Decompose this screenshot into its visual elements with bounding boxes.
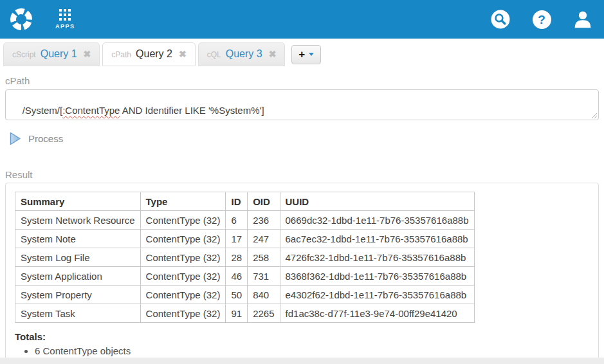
tab-query-3[interactable]: cQL Query 3 ✖ xyxy=(198,42,286,66)
search-icon xyxy=(491,10,510,29)
cell-oid: 247 xyxy=(248,230,280,248)
cell-id: 46 xyxy=(226,267,248,286)
result-panel: Summary Type ID OID UUID System Network … xyxy=(5,183,599,364)
column-header-uuid: UUID xyxy=(280,192,474,211)
cell-uuid: 6ac7ec32-1dbd-1e11-7b76-35357616a88b xyxy=(280,230,474,248)
cell-summary: System Property xyxy=(15,286,141,304)
totals-item: 6 ContentType objects xyxy=(35,345,589,356)
tab-query-1[interactable]: cScript Query 1 ✖ xyxy=(3,42,100,66)
totals-label: Totals: xyxy=(15,331,589,342)
cell-uuid: e4302f62-1dbd-1e11-7b76-35357616a88b xyxy=(280,286,474,304)
cell-oid: 2265 xyxy=(248,304,280,323)
column-header-oid: OID xyxy=(248,192,280,211)
cell-type: ContentType (32) xyxy=(140,230,226,248)
tab-language-prefix: cQL xyxy=(207,50,221,59)
app-header: APPS ? xyxy=(0,0,604,39)
cell-oid: 731 xyxy=(248,267,280,286)
query-pane: cPath /System/[:ContentType AND Identifi… xyxy=(0,66,604,364)
column-header-summary: Summary xyxy=(15,192,141,211)
cell-type: ContentType (32) xyxy=(140,267,226,286)
close-icon[interactable]: ✖ xyxy=(179,49,187,59)
cpath-field-label: cPath xyxy=(5,75,599,86)
logo-icon[interactable] xyxy=(8,6,34,32)
result-table: Summary Type ID OID UUID System Network … xyxy=(15,192,475,323)
query-text-flagged: :ContentType xyxy=(62,105,120,116)
tab-title[interactable]: Query 3 xyxy=(226,48,262,60)
help-icon: ? xyxy=(533,10,551,29)
cell-summary: System Task xyxy=(15,304,141,323)
cell-id: 50 xyxy=(226,286,248,304)
table-row: System Network Resource ContentType (32)… xyxy=(15,211,475,230)
cpath-query-input[interactable]: /System/[:ContentType AND Identifier LIK… xyxy=(5,89,599,120)
cell-uuid: 8368f362-1dbd-1e11-7b76-35357616a88b xyxy=(280,267,474,286)
cell-oid: 236 xyxy=(248,211,280,230)
resize-grip-icon[interactable] xyxy=(590,112,597,118)
cell-id: 28 xyxy=(226,248,248,267)
tab-language-prefix: cScript xyxy=(12,50,36,59)
totals-list: 6 ContentType objects xyxy=(15,345,589,356)
apps-menu-button[interactable]: APPS xyxy=(55,9,75,30)
cell-summary: System Application xyxy=(15,267,141,286)
cell-type: ContentType (32) xyxy=(140,304,226,323)
play-icon xyxy=(10,132,21,145)
tab-title[interactable]: Query 2 xyxy=(136,48,172,60)
cell-summary: System Network Resource xyxy=(15,211,141,230)
user-icon xyxy=(573,9,592,30)
cell-summary: System Log File xyxy=(15,248,141,267)
new-tab-button[interactable]: + xyxy=(291,45,321,64)
cell-uuid: fd1ac38c-d77f-11e3-9e74-00ff29e41420 xyxy=(280,304,474,323)
header-actions: ? xyxy=(491,10,592,29)
cell-id: 91 xyxy=(226,304,248,323)
query-text: AND Identifier LIKE '%System%'] xyxy=(120,105,264,116)
column-header-id: ID xyxy=(226,192,248,211)
query-tab-bar: cScript Query 1 ✖ cPath Query 2 ✖ cQL Qu… xyxy=(0,39,604,66)
cell-summary: System Note xyxy=(15,230,141,248)
tab-title[interactable]: Query 1 xyxy=(41,48,77,60)
user-button[interactable] xyxy=(573,10,592,29)
apps-label: APPS xyxy=(55,23,75,30)
plus-icon: + xyxy=(298,49,305,60)
cell-oid: 258 xyxy=(248,248,280,267)
column-header-type: Type xyxy=(140,192,226,211)
cell-id: 17 xyxy=(226,230,248,248)
process-button-label: Process xyxy=(28,133,63,144)
cell-type: ContentType (32) xyxy=(140,286,226,304)
close-icon[interactable]: ✖ xyxy=(84,49,91,59)
cell-uuid: 4726fc32-1dbd-1e11-7b76-35357616a88b xyxy=(280,248,474,267)
table-row: System Task ContentType (32) 91 2265 fd1… xyxy=(15,304,475,323)
cell-uuid: 0669dc32-1dbd-1e11-7b76-35357616a88b xyxy=(280,211,474,230)
close-icon[interactable]: ✖ xyxy=(269,49,277,59)
table-header-row: Summary Type ID OID UUID xyxy=(15,192,475,211)
cell-type: ContentType (32) xyxy=(140,211,226,230)
page-footer-strip xyxy=(0,358,604,364)
tab-query-2[interactable]: cPath Query 2 ✖ xyxy=(102,42,195,66)
caret-down-icon xyxy=(309,53,314,56)
table-row: System Property ContentType (32) 50 840 … xyxy=(15,286,475,304)
query-text: /System/[ xyxy=(23,105,63,116)
result-section-label: Result xyxy=(5,169,599,180)
table-row: System Log File ContentType (32) 28 258 … xyxy=(15,248,475,267)
search-button[interactable] xyxy=(491,10,510,29)
cell-id: 6 xyxy=(226,211,248,230)
tab-language-prefix: cPath xyxy=(111,50,131,59)
table-row: System Note ContentType (32) 17 247 6ac7… xyxy=(15,230,475,248)
cell-type: ContentType (32) xyxy=(140,248,226,267)
cell-oid: 840 xyxy=(248,286,280,304)
process-button[interactable]: Process xyxy=(10,132,63,145)
help-button[interactable]: ? xyxy=(532,10,551,29)
apps-grid-icon xyxy=(59,9,71,21)
table-row: System Application ContentType (32) 46 7… xyxy=(15,267,475,286)
